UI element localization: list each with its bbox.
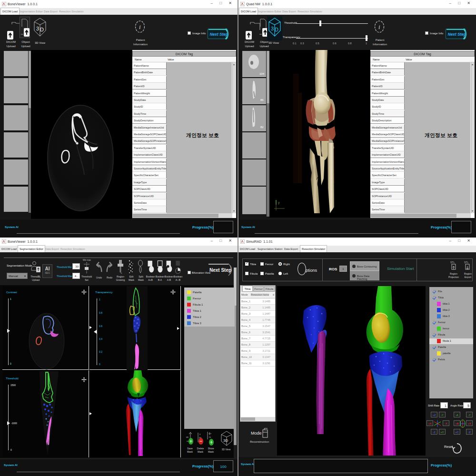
svg-text:x: x xyxy=(199,433,201,436)
svg-text:86: 86 xyxy=(260,99,264,101)
svg-text:3D: 3D xyxy=(223,438,228,443)
svg-text:ru: ru xyxy=(209,436,211,438)
svg-text:104: 104 xyxy=(259,72,265,75)
svg-text:Min max: Min max xyxy=(83,259,91,261)
svg-text:82: 82 xyxy=(260,126,264,129)
svg-text:i: i xyxy=(139,23,141,30)
svg-text:us: us xyxy=(186,436,189,438)
svg-text:D: D xyxy=(40,27,44,32)
svg-text:3: 3 xyxy=(36,26,39,31)
svg-text:Next Step: Next Step xyxy=(448,32,466,37)
svg-text:STL: STL xyxy=(450,261,455,264)
svg-text:Next Step: Next Step xyxy=(209,268,231,273)
svg-text:D: D xyxy=(275,27,278,32)
svg-text:3: 3 xyxy=(271,26,274,31)
svg-text:STL: STL xyxy=(464,261,468,264)
svg-text:y: y xyxy=(278,201,280,205)
svg-text:Next Step: Next Step xyxy=(210,32,228,37)
svg-text:i: i xyxy=(378,23,380,30)
